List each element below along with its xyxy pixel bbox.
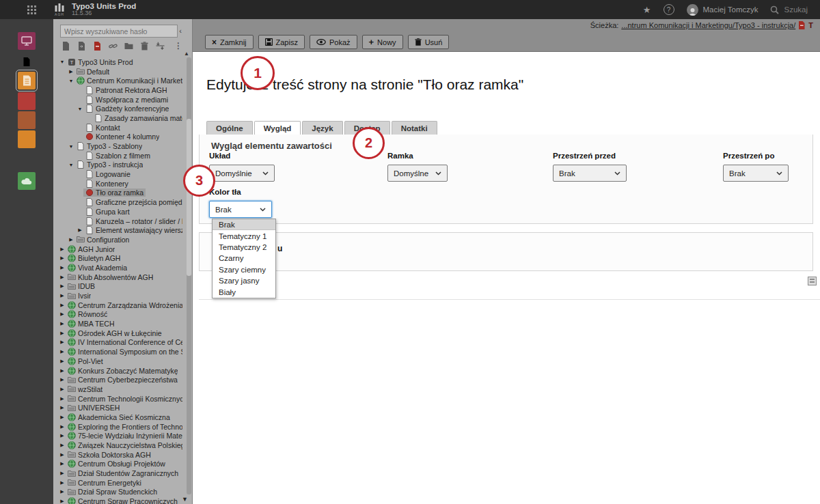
expander-icon[interactable]: ▶: [59, 443, 66, 448]
tree-item[interactable]: ▶Centrum Obsługi Projektów: [53, 460, 184, 469]
expander-icon[interactable]: ▶: [59, 433, 66, 438]
tree-item[interactable]: ▶Element wstawiający wiersze: [53, 225, 184, 235]
tree-item[interactable]: ▶Szkoła Doktorska AGH: [53, 450, 184, 460]
tree-item[interactable]: Szablon z filmem: [53, 151, 184, 160]
expander-icon[interactable]: ▶: [59, 499, 66, 504]
new-red-page-icon[interactable]: [93, 41, 102, 51]
trash-icon[interactable]: [140, 41, 149, 51]
expander-icon[interactable]: ▶: [59, 283, 66, 289]
module-dashboard[interactable]: [18, 32, 36, 50]
expander-icon[interactable]: ▶: [68, 237, 74, 242]
tree-item[interactable]: ▶AGH Junior: [53, 244, 184, 254]
tree-search-input[interactable]: [60, 25, 178, 38]
expander-icon[interactable]: ▶: [59, 265, 66, 270]
tab-język[interactable]: Język: [302, 121, 342, 135]
tree-item[interactable]: ▶Związek Nauczycielstwa Polskiego: [53, 440, 184, 450]
tree-item[interactable]: ▶Klub Absolwentów AGH: [53, 272, 184, 282]
select[interactable]: Domyślnie: [209, 165, 275, 182]
kolor-tla-select[interactable]: Brak: [209, 201, 272, 218]
tree-item[interactable]: ▶wzStilat: [53, 384, 184, 394]
module-records[interactable]: [18, 111, 36, 129]
dropdown-option[interactable]: Szary ciemny: [213, 264, 275, 275]
user-menu[interactable]: Maciej Tomczyk: [687, 4, 758, 16]
expander-icon[interactable]: ▶: [77, 227, 83, 233]
tree-item[interactable]: Patronat Rektora AGH: [53, 85, 184, 95]
tree-item[interactable]: ▶MBA TECH: [53, 319, 184, 328]
expander-icon[interactable]: ▶: [59, 377, 66, 382]
expander-icon[interactable]: ▶: [59, 480, 66, 486]
tree-item[interactable]: ▶IV International Conference of Centr: [53, 338, 184, 348]
expander-icon[interactable]: ▶: [59, 387, 66, 392]
tree-item[interactable]: ▶75-lecie Wydziału Inżynierii Materiało: [53, 432, 184, 441]
zapisz-button[interactable]: Zapisz: [258, 35, 305, 49]
small-panel-icon[interactable]: [808, 277, 817, 285]
tree-item[interactable]: ▶Centrum Spraw Pracowniczych: [53, 496, 184, 504]
dropdown-option[interactable]: Czarny: [213, 253, 275, 264]
tree-item[interactable]: Tło oraz ramka: [53, 188, 184, 198]
tree-item[interactable]: ▼Typo3 - Szablony: [53, 141, 184, 151]
tree-item[interactable]: ▶Biuletyn AGH: [53, 253, 184, 263]
tree-item[interactable]: Grupa kart: [53, 207, 184, 216]
expander-icon[interactable]: ▶: [59, 452, 66, 458]
tree-item[interactable]: ▶International Symposium on the Scie: [53, 347, 184, 356]
star-icon[interactable]: ★: [643, 5, 651, 15]
tree-scrollbar[interactable]: [187, 57, 191, 494]
tree-item[interactable]: ▶Konkurs Zobaczyć Matematykę: [53, 366, 184, 376]
expander-icon[interactable]: ▼: [68, 163, 74, 167]
tree-item[interactable]: ▶Centrum Cyberbezpieczeństwa: [53, 375, 184, 384]
tree-item[interactable]: ▶Default: [53, 67, 184, 76]
tree-item[interactable]: ▶Vivat Akademia: [53, 263, 184, 272]
tab-wygląd[interactable]: Wygląd: [254, 121, 301, 135]
expander-icon[interactable]: ▶: [59, 293, 66, 298]
new-page-from-icon[interactable]: [77, 41, 86, 51]
dropdown-option[interactable]: Biały: [213, 286, 275, 297]
expander-icon[interactable]: ▶: [59, 405, 66, 410]
expander-icon[interactable]: ▶: [59, 255, 66, 261]
tree-item[interactable]: ▶Równość: [53, 310, 184, 320]
new-page-icon[interactable]: [62, 41, 70, 51]
help-icon[interactable]: ?: [664, 4, 674, 15]
tree-item[interactable]: ▼Centrum Komunikacji i Marketingu: [53, 76, 184, 85]
expander-icon[interactable]: ▶: [59, 396, 66, 402]
tree-item[interactable]: ▶Centrum Technologii Kosmicznych: [53, 394, 184, 404]
expander-icon[interactable]: ▶: [59, 275, 66, 280]
expander-icon[interactable]: ▶: [59, 247, 66, 252]
nowy-button[interactable]: +Nowy: [362, 35, 403, 49]
tree-item[interactable]: ▶Ivsir: [53, 291, 184, 300]
select[interactable]: Domyślne: [387, 165, 448, 182]
module-media[interactable]: [18, 172, 36, 190]
expander-icon[interactable]: ▶: [59, 349, 66, 354]
tree-item[interactable]: ▶Centrum Zarządzania Wdrożeniami: [53, 300, 184, 310]
tree-item[interactable]: ▶Dział Studentów Zagranicznych: [53, 468, 184, 478]
tree-item[interactable]: Współpraca z mediami: [53, 95, 184, 104]
tree-item[interactable]: ▶Exploring the Frontiers of Technology: [53, 422, 184, 432]
tree-item[interactable]: ▶Centrum Energetyki: [53, 478, 184, 488]
tab-ogólne[interactable]: Ogólne: [206, 121, 253, 135]
expander-icon[interactable]: ▶: [59, 339, 66, 345]
expander-icon[interactable]: ▶: [59, 461, 66, 466]
folder-icon[interactable]: [124, 41, 133, 51]
tree-item[interactable]: ▶Configuration: [53, 235, 184, 244]
tree-item[interactable]: ▼Gadżety konferencyjne: [53, 104, 184, 113]
expander-icon[interactable]: ▶: [59, 424, 66, 430]
tree-item[interactable]: ▶Akademicka Sieć Kosmiczna: [53, 412, 184, 422]
tree-collapse-icon[interactable]: ‹: [176, 25, 185, 36]
scroll-down-icon[interactable]: ▼: [182, 496, 188, 503]
expander-icon[interactable]: ▼: [68, 79, 74, 83]
tree-item[interactable]: Kontener 4 kolumny: [53, 132, 184, 142]
sort-icon[interactable]: [156, 41, 165, 51]
expander-icon[interactable]: ▶: [59, 311, 66, 317]
expander-icon[interactable]: ▶: [59, 303, 66, 308]
expander-icon[interactable]: ▶: [59, 331, 66, 336]
tab-notatki[interactable]: Notatki: [392, 121, 437, 135]
expander-icon[interactable]: ▶: [59, 321, 66, 326]
tree-item[interactable]: Kontakt: [53, 123, 184, 132]
expander-icon[interactable]: ▶: [59, 368, 66, 374]
expander-icon[interactable]: ▶: [59, 471, 66, 476]
dropdown-option[interactable]: Tematyczny 1: [213, 230, 275, 241]
tree-item[interactable]: Logowanie: [53, 169, 184, 179]
tree-item[interactable]: ▶UNIVERSEH: [53, 403, 184, 412]
tree-item[interactable]: ▶Pol-Viet: [53, 356, 184, 366]
expander-icon[interactable]: ▼: [77, 107, 83, 111]
expander-icon[interactable]: ▼: [59, 59, 66, 64]
